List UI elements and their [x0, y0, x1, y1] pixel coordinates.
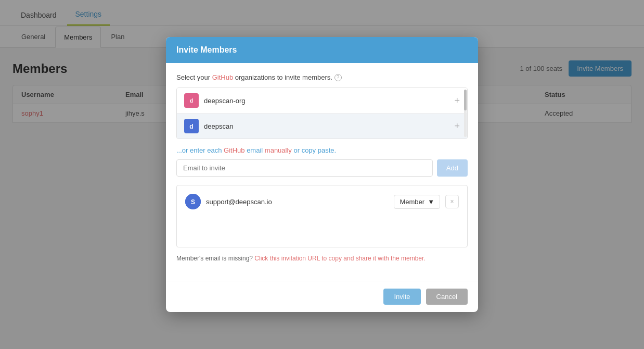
missing-email-text: Member's email is missing? Click this in…	[176, 255, 468, 262]
role-dropdown[interactable]: Member ▼	[394, 195, 440, 209]
svg-text:d: d	[189, 123, 193, 130]
svg-text:d: d	[190, 98, 193, 104]
org-add-deepscan[interactable]: +	[454, 121, 460, 132]
or-text: ...or enter each GitHub email manually o…	[176, 146, 468, 154]
scrollbar-thumb	[464, 90, 467, 110]
org-list-wrapper: d deepscan-org + d deepsc	[176, 88, 468, 139]
or-middle: email	[245, 146, 265, 154]
modal-title: Invite Members	[176, 45, 237, 54]
select-prefix: Select your	[176, 73, 212, 81]
or-manual-link[interactable]: manually	[265, 146, 292, 154]
invited-email: support@deepscan.io	[206, 198, 389, 206]
modal-overlay: Invite Members Select your GitHub organi…	[0, 0, 644, 349]
org-add-deepscan-org[interactable]: +	[454, 95, 460, 106]
help-icon[interactable]: ?	[334, 74, 342, 81]
org-item-deepscan[interactable]: d deepscan +	[177, 114, 467, 139]
invited-avatar: S	[185, 194, 201, 209]
svg-text:S: S	[191, 198, 195, 206]
email-input-row: Add	[176, 159, 468, 177]
org-name-deepscan-org: deepscan-org	[204, 97, 454, 105]
email-input[interactable]	[176, 159, 433, 177]
role-label: Member	[400, 198, 424, 206]
missing-prefix: Member's email is missing?	[176, 255, 254, 262]
select-org-text: Select your GitHub organizations to invi…	[176, 73, 468, 82]
invited-list: S support@deepscan.io Member ▼ ×	[176, 185, 468, 247]
or-suffix: or copy paste.	[292, 146, 336, 154]
modal-header: Invite Members	[166, 37, 478, 63]
dropdown-chevron-icon: ▼	[428, 198, 434, 206]
org-list: d deepscan-org + d deepsc	[176, 88, 468, 139]
org-name-deepscan: deepscan	[204, 122, 454, 130]
invite-button[interactable]: Invite	[383, 289, 420, 305]
org-icon-deepscan: d	[184, 119, 199, 133]
invited-user-icon: S	[185, 194, 201, 209]
org-avatar-deepscan: d	[184, 119, 199, 133]
or-prefix: ...or enter each	[176, 146, 224, 154]
invited-item: S support@deepscan.io Member ▼ ×	[181, 190, 463, 214]
org-icon-deepscan-org: d	[187, 96, 196, 105]
add-button[interactable]: Add	[437, 159, 468, 177]
invitation-url-link[interactable]: Click this invitation URL to copy and sh…	[254, 255, 425, 262]
remove-invited-button[interactable]: ×	[445, 195, 459, 208]
invite-modal: Invite Members Select your GitHub organi…	[166, 37, 478, 313]
select-suffix: organizations to invite members.	[233, 73, 332, 81]
modal-body: Select your GitHub organizations to invi…	[166, 63, 478, 281]
github-link[interactable]: GitHub	[212, 73, 233, 81]
scrollbar-track[interactable]	[464, 90, 467, 137]
or-github-link[interactable]: GitHub	[224, 146, 244, 154]
org-item-deepscan-org[interactable]: d deepscan-org +	[177, 88, 467, 114]
org-avatar-deepscan-org: d	[184, 93, 199, 108]
modal-footer: Invite Cancel	[166, 281, 478, 312]
cancel-button[interactable]: Cancel	[426, 289, 468, 305]
